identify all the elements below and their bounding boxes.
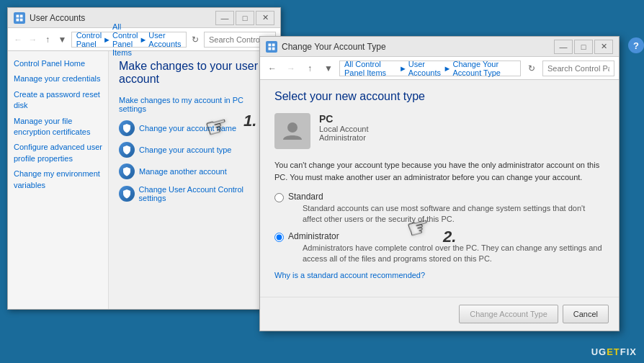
main-content-area: Control Panel Home Manage your credentia… [8, 51, 280, 309]
title-bar-buttons: — □ ✕ [215, 11, 274, 25]
sidebar: Control Panel Home Manage your credentia… [8, 51, 109, 309]
manage-another-link[interactable]: Manage another account [139, 167, 227, 176]
forward-button[interactable]: → [27, 32, 38, 48]
user-avatar [274, 113, 310, 149]
option-manage-another: Manage another account [119, 163, 270, 179]
footer-buttons: Change Account Type Cancel [260, 297, 619, 331]
option-uac-settings: Change User Account Control settings [119, 185, 270, 202]
address-path: Control Panel ► All Control Panel Items … [71, 32, 187, 48]
step-2-label: 2. [443, 228, 456, 246]
second-search-input[interactable] [542, 60, 614, 76]
second-maximize-button[interactable]: □ [574, 40, 593, 54]
second-recent-button[interactable]: ▼ [321, 60, 336, 76]
second-path-change-type[interactable]: Change Your Account Type [453, 60, 516, 77]
svg-rect-1 [20, 14, 23, 17]
second-panel-title: Select your new account type [274, 90, 604, 103]
second-window: Change Your Account Type — □ ✕ ← → ↑ ▼ A… [259, 36, 620, 331]
second-minimize-button[interactable]: — [554, 40, 573, 54]
change-type-link[interactable]: Change your account type [139, 145, 231, 154]
main-title-bar: User Accounts — □ ✕ [8, 8, 280, 28]
change-account-type-button[interactable]: Change Account Type [459, 305, 558, 323]
sidebar-file-encryption[interactable]: Manage your file encryption certificates [14, 116, 102, 138]
shield-icon-3 [119, 163, 135, 179]
second-path-user-accounts[interactable]: User Accounts [408, 60, 442, 77]
cancel-button[interactable]: Cancel [563, 305, 609, 323]
window-icon [14, 12, 25, 24]
pc-settings-link[interactable]: Make changes to my account in PC setting… [119, 96, 270, 113]
help-button[interactable]: ? [628, 37, 644, 53]
uac-settings-link[interactable]: Change User Account Control settings [139, 185, 270, 202]
standard-option: Standard Standard accounts can use most … [274, 192, 604, 225]
back-button[interactable]: ← [12, 32, 24, 48]
second-back-button[interactable]: ← [264, 60, 280, 76]
second-up-button[interactable]: ↑ [302, 60, 318, 76]
user-info: PC Local Account Administrator [274, 113, 604, 149]
administrator-radio[interactable] [274, 233, 284, 242]
svg-rect-3 [20, 18, 23, 21]
second-window-title: Change Your Account Type [282, 42, 550, 52]
warning-text: You can't change your account type becau… [274, 159, 604, 183]
sidebar-manage-credentials[interactable]: Manage your credentials [14, 73, 102, 84]
main-address-bar: ← → ↑ ▼ Control Panel ► All Control Pane… [8, 28, 280, 51]
svg-rect-5 [272, 43, 275, 46]
main-panel: Make changes to your user account Make c… [109, 51, 280, 309]
second-forward-button[interactable]: → [283, 60, 299, 76]
minimize-button[interactable]: — [215, 11, 234, 25]
watermark: UGETFIX [591, 346, 637, 357]
user-details: PC Local Account Administrator [319, 113, 604, 142]
main-window-title: User Accounts [30, 13, 211, 23]
svg-rect-0 [17, 14, 19, 17]
shield-icon-4 [119, 186, 135, 202]
maximize-button[interactable]: □ [236, 11, 254, 25]
step-1-label: 1. [243, 112, 256, 130]
second-title-bar: Change Your Account Type — □ ✕ [260, 37, 619, 57]
user-name: PC [319, 113, 604, 125]
second-path-all-items[interactable]: All Control Panel Items [344, 60, 398, 77]
up-button[interactable]: ↑ [42, 32, 53, 48]
second-close-button[interactable]: ✕ [594, 40, 613, 54]
option-change-type: Change your account type [119, 142, 270, 158]
standard-label: Standard [288, 192, 604, 202]
shield-icon-2 [119, 142, 135, 158]
sidebar-environment-vars[interactable]: Change my environment variables [14, 169, 102, 191]
svg-rect-2 [17, 18, 19, 21]
main-window: User Accounts — □ ✕ ← → ↑ ▼ Control Pane… [7, 7, 281, 310]
second-title-buttons: — □ ✕ [554, 40, 613, 54]
svg-rect-4 [269, 43, 272, 46]
user-local-account: Local Account [319, 125, 604, 133]
second-refresh-button[interactable]: ↻ [524, 60, 540, 76]
sidebar-password-reset[interactable]: Create a password reset disk [14, 89, 102, 112]
standard-radio[interactable] [274, 193, 284, 202]
sidebar-advanced-profile[interactable]: Configure advanced user profile properti… [14, 142, 102, 164]
panel-title: Make changes to your user account [119, 60, 270, 86]
svg-rect-7 [272, 47, 275, 50]
second-window-icon [266, 41, 277, 53]
administrator-option: Administrator Administrators have comple… [274, 231, 604, 265]
shield-icon-1 [119, 120, 135, 136]
path-user-accounts[interactable]: User Accounts [148, 31, 181, 48]
user-admin-type: Administrator [319, 133, 604, 142]
close-button[interactable]: ✕ [256, 11, 274, 25]
second-address-path: All Control Panel Items ► User Accounts … [339, 60, 521, 76]
watermark-highlight: ET [607, 346, 620, 357]
change-name-link[interactable]: Change your account name [139, 124, 236, 133]
svg-rect-6 [269, 47, 272, 50]
svg-point-8 [287, 122, 298, 133]
second-address-bar: ← → ↑ ▼ All Control Panel Items ► User A… [260, 57, 619, 80]
standard-desc: Standard accounts can use most software … [303, 203, 604, 225]
refresh-button[interactable]: ↻ [189, 32, 201, 48]
recent-button[interactable]: ▼ [56, 32, 68, 48]
standard-account-link[interactable]: Why is a standard account recommended? [274, 271, 604, 279]
sidebar-control-panel-home[interactable]: Control Panel Home [14, 58, 102, 69]
path-control-panel[interactable]: Control Panel [76, 31, 102, 48]
